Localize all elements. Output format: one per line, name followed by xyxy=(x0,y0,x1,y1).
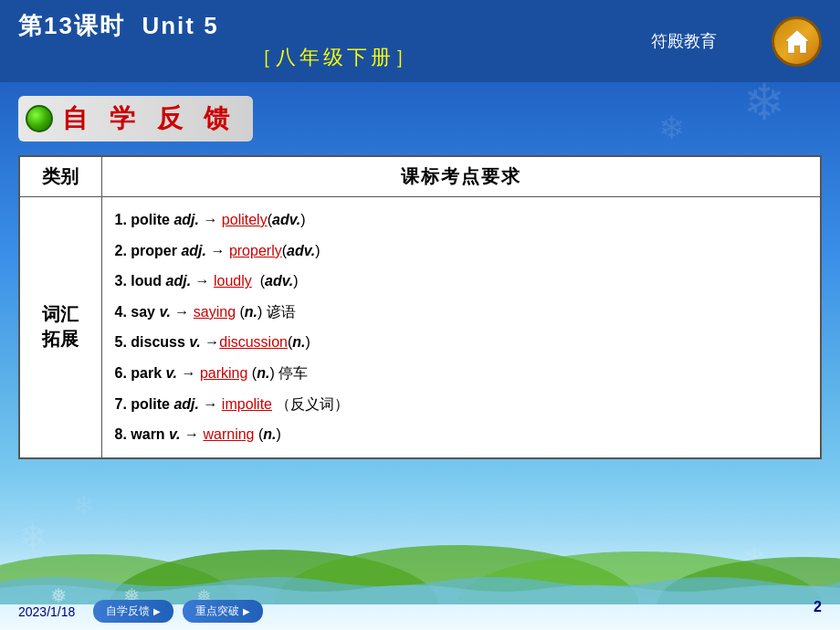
section-title-bar: 自 学 反 馈 xyxy=(18,96,253,142)
vocab-item-1: 1. polite adj. → politely(adv.) xyxy=(115,205,808,236)
header: 第13课时 Unit 5 ［八年级下册］ 符殿教育 xyxy=(0,0,840,82)
vocab-item-8: 8. warn v. → warning (n.) xyxy=(115,419,808,450)
col2-header: 课标考点要求 xyxy=(101,156,821,197)
section-title-area: 自 学 反 馈 xyxy=(0,87,840,151)
self-study-button[interactable]: 自学反馈 xyxy=(93,600,173,623)
table-row: 词汇拓展 1. polite adj. → politely(adv.) 2. … xyxy=(19,197,821,458)
header-lesson-unit: 第13课时 Unit 5 xyxy=(18,11,651,42)
vocab-item-4: 4. say v. → saying (n.) 谚语 xyxy=(115,297,808,328)
vocab-item-5: 5. discuss v. →discussion(n.) xyxy=(115,327,808,358)
home-button[interactable] xyxy=(772,16,822,67)
unit-label: Unit 5 xyxy=(142,12,218,39)
vocab-content-cell: 1. polite adj. → politely(adv.) 2. prope… xyxy=(101,197,821,458)
self-study-btn-label: 自学反馈 xyxy=(106,604,150,619)
page-number: 2 xyxy=(814,599,822,615)
green-circle-icon xyxy=(26,105,53,132)
footer-date: 2023/1/18 xyxy=(18,604,75,619)
key-points-button[interactable]: 重点突破 xyxy=(183,600,263,623)
vocab-table: 类别 课标考点要求 词汇拓展 1. polite adj. → politely… xyxy=(18,155,822,459)
header-title: 第13课时 Unit 5 ［八年级下册］ xyxy=(18,11,651,71)
col1-header: 类别 xyxy=(19,156,101,197)
vocab-item-7: 7. polite adj. → impolite （反义词） xyxy=(115,389,808,420)
table-header-row: 类别 课标考点要求 xyxy=(19,156,821,197)
footer: 2023/1/18 自学反馈 重点突破 2 xyxy=(0,600,840,623)
vocab-item-2: 2. proper adj. → properly(adv.) xyxy=(115,236,808,267)
vocab-item-3: 3. loud adj. → loudly (adv.) xyxy=(115,266,808,297)
lesson-label: 第13课时 xyxy=(18,12,125,39)
vocab-item-6: 6. park v. → parking (n.) 停车 xyxy=(115,358,808,389)
section-title-text: 自 学 反 馈 xyxy=(62,101,236,136)
main-content: 类别 课标考点要求 词汇拓展 1. polite adj. → politely… xyxy=(0,155,840,459)
svg-marker-8 xyxy=(785,30,809,53)
key-points-btn-label: 重点突破 xyxy=(195,604,239,619)
category-cell: 词汇拓展 xyxy=(19,197,101,458)
header-subtitle: ［八年级下册］ xyxy=(18,44,651,71)
brand-label: 符殿教育 xyxy=(651,30,717,52)
